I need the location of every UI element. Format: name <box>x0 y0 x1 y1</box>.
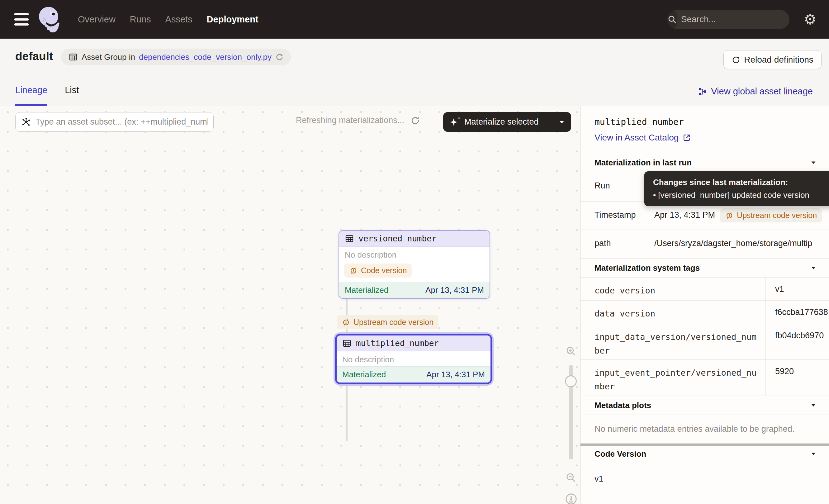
upstream-code-version-chip[interactable]: Upstream code version <box>337 315 438 329</box>
page-title: default <box>15 50 53 63</box>
refresh-icon[interactable] <box>410 116 420 125</box>
section-config[interactable]: Config <box>580 497 829 504</box>
catalog-link-label: View in Asset Catalog <box>594 133 679 143</box>
dagster-logo-icon[interactable] <box>37 6 62 32</box>
page-header: default Asset Group in dependencies_code… <box>0 39 829 106</box>
sync-problem-icon <box>349 266 358 275</box>
materialized-timestamp[interactable]: Apr 13, 4:31 PM <box>425 285 484 295</box>
asset-status-bar: Materialized Apr 13, 4:31 PM <box>337 366 491 383</box>
tab-list[interactable]: List <box>65 85 79 106</box>
upstream-code-version-chip[interactable]: Upstream code version <box>720 208 822 222</box>
asset-description: No description <box>339 247 490 262</box>
path-row: path /Users/sryza/dagster_home/storage/m… <box>580 230 829 258</box>
asset-group-file-link[interactable]: dependencies_code_version_only.py <box>139 52 272 62</box>
materialized-status: Materialized <box>342 370 386 380</box>
search-box[interactable]: / <box>668 10 789 29</box>
menu-icon[interactable] <box>14 13 29 26</box>
asset-name: multiplied_number <box>356 338 439 348</box>
nav-item-assets[interactable]: Assets <box>163 11 195 28</box>
view-in-asset-catalog-link[interactable]: View in Asset Catalog <box>594 133 691 143</box>
settings-gear-icon[interactable]: ⚙ <box>804 12 817 27</box>
refreshing-status: Refreshing materializations... <box>296 115 420 125</box>
tooltip-bullet-item: [versioned_number] updated code version <box>653 190 829 200</box>
code-version-chip-label: Code version <box>361 266 407 275</box>
view-global-asset-lineage-link[interactable]: View global asset lineage <box>698 86 813 97</box>
materialize-dropdown-button[interactable] <box>552 112 571 132</box>
system-tag-row: input_data_version/versioned_number fb04… <box>580 324 829 360</box>
nav-item-runs[interactable]: Runs <box>128 11 153 28</box>
code-version-chip[interactable]: Code version <box>344 263 412 278</box>
asset-details-panel: multiplied_number View in Asset Catalog … <box>580 106 829 504</box>
tag-key: data_version <box>580 300 766 324</box>
materialize-selected-button[interactable]: Materialize selected <box>443 112 571 132</box>
nav-item-deployment[interactable]: Deployment <box>204 11 261 28</box>
tag-value: f6ccba177638 <box>766 300 829 324</box>
view-tabs: Lineage List <box>15 85 79 106</box>
refresh-icon <box>731 56 740 64</box>
materialize-main[interactable]: Materialize selected <box>443 116 552 128</box>
caret-down-icon <box>810 450 817 458</box>
asset-group-prefix: Asset Group in <box>82 52 135 62</box>
zoom-slider-handle[interactable] <box>565 375 577 387</box>
row-label: path <box>580 230 649 258</box>
code-version-value: v1 <box>580 462 829 497</box>
top-nav: Overview Runs Assets Deployment / ⚙ <box>0 0 829 39</box>
nav-item-overview[interactable]: Overview <box>75 11 118 28</box>
asset-node-versioned-number[interactable]: versioned_number No description Code ver… <box>338 230 490 299</box>
system-tag-row: input_event_pointer/versioned_number 592… <box>580 360 829 396</box>
system-tag-row: code_version v1 <box>580 278 829 300</box>
asset-node-multiplied-number[interactable]: multiplied_number No description Materia… <box>335 334 492 384</box>
table-icon <box>345 234 354 243</box>
materialized-timestamp[interactable]: Apr 13, 4:31 PM <box>426 370 485 380</box>
global-lineage-label: View global asset lineage <box>711 86 813 97</box>
timestamp-value: Apr 13, 4:31 PM <box>654 210 715 220</box>
caret-down-icon <box>810 264 817 272</box>
asset-node-header[interactable]: multiplied_number <box>337 335 491 351</box>
refreshing-text: Refreshing materializations... <box>296 115 404 125</box>
app-screen: Overview Runs Assets Deployment / ⚙ defa… <box>0 0 829 504</box>
tag-value: fb04dcb6970 <box>766 324 829 359</box>
zoom-in-icon[interactable] <box>565 346 576 357</box>
tab-lineage[interactable]: Lineage <box>15 85 47 106</box>
zoom-controls <box>565 346 577 504</box>
refresh-icon[interactable] <box>275 53 283 61</box>
panel-splitter[interactable] <box>580 443 829 446</box>
section-metadata-plots[interactable]: Metadata plots <box>580 396 829 415</box>
asset-subset-filter[interactable] <box>15 112 214 132</box>
caret-down-icon <box>810 401 817 409</box>
asset-badges: Code version <box>339 262 490 282</box>
asset-name: versioned_number <box>358 234 436 243</box>
download-view-icon[interactable] <box>565 493 578 504</box>
sync-problem-icon <box>725 211 734 220</box>
path-link[interactable]: /Users/sryza/dagster_home/storage/multip <box>654 239 812 248</box>
section-code-version[interactable]: Code Version <box>580 446 829 462</box>
asset-status-bar: Materialized Apr 13, 4:31 PM <box>339 282 490 298</box>
changes-tooltip: Changes since last materialization: [ver… <box>644 171 829 206</box>
tag-key: input_event_pointer/versioned_number <box>580 360 766 396</box>
lineage-canvas[interactable]: Refreshing materializations... Materiali… <box>0 106 580 504</box>
asset-subset-input[interactable] <box>36 117 208 127</box>
section-system-tags[interactable]: Materialization system tags <box>580 258 829 278</box>
reload-definitions-button[interactable]: Reload definitions <box>723 50 822 69</box>
section-title: Materialization system tags <box>594 263 700 273</box>
zoom-slider[interactable] <box>569 365 573 460</box>
tooltip-title: Changes since last materialization: <box>653 178 829 187</box>
selected-asset-name: multiplied_number <box>594 117 829 127</box>
tag-key: input_data_version/versioned_number <box>580 324 766 359</box>
asset-node-header[interactable]: versioned_number <box>339 231 490 247</box>
materialize-label: Materialize selected <box>464 117 539 127</box>
search-icon <box>668 10 677 29</box>
search-input[interactable] <box>677 14 789 24</box>
zoom-out-icon[interactable] <box>565 472 576 483</box>
lineage-graph-icon <box>698 87 707 96</box>
section-materialization-last-run[interactable]: Materialization in last run <box>580 153 829 172</box>
sync-problem-icon <box>341 318 350 327</box>
table-icon <box>342 338 352 348</box>
section-title: Materialization in last run <box>594 158 692 168</box>
upstream-chip-label: Upstream code version <box>354 318 433 327</box>
reload-definitions-label: Reload definitions <box>744 55 814 65</box>
caret-down-icon <box>810 159 817 166</box>
row-label: Timestamp <box>580 202 649 229</box>
nav-items: Overview Runs Assets Deployment <box>75 11 261 28</box>
materialized-status: Materialized <box>345 285 388 295</box>
